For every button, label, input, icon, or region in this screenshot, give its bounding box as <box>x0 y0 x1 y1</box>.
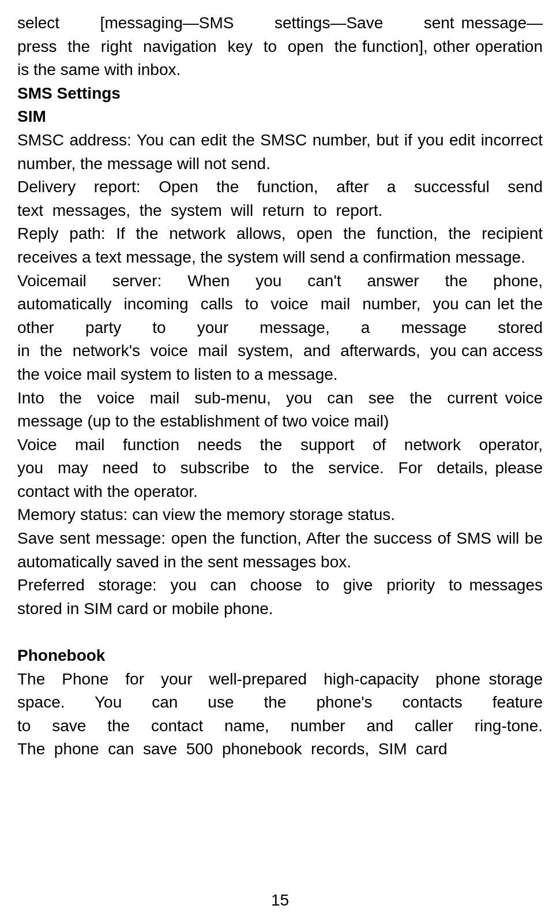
voicemail-server-text: Voicemail server: When you can't answer … <box>17 270 543 387</box>
save-sent-text: Save sent message: open the function, Af… <box>17 527 543 574</box>
phonebook-heading: Phonebook <box>17 644 543 668</box>
sim-heading: SIM <box>17 105 543 129</box>
phonebook-text: The Phone for your well-prepared high-ca… <box>17 668 543 761</box>
smsc-address-text: SMSC address: You can edit the SMSC numb… <box>17 129 543 175</box>
page-container: select [messaging—SMS settings—Save sent… <box>0 0 560 924</box>
preferred-storage-text: Preferred storage: you can choose to giv… <box>17 574 543 620</box>
intro-paragraph: select [messaging—SMS settings—Save sent… <box>17 12 543 82</box>
main-content: select [messaging—SMS settings—Save sent… <box>17 12 543 761</box>
sms-settings-heading: SMS Settings <box>17 82 543 106</box>
delivery-report-text: Delivery report: Open the function, afte… <box>17 175 543 269</box>
into-voice-text: Into the voice mail sub-menu, you can se… <box>17 387 543 433</box>
voice-mail-function-text: Voice mail function needs the support of… <box>17 433 543 504</box>
page-number: 15 <box>271 889 289 912</box>
memory-status-text: Memory status: can view the memory stora… <box>17 503 543 527</box>
